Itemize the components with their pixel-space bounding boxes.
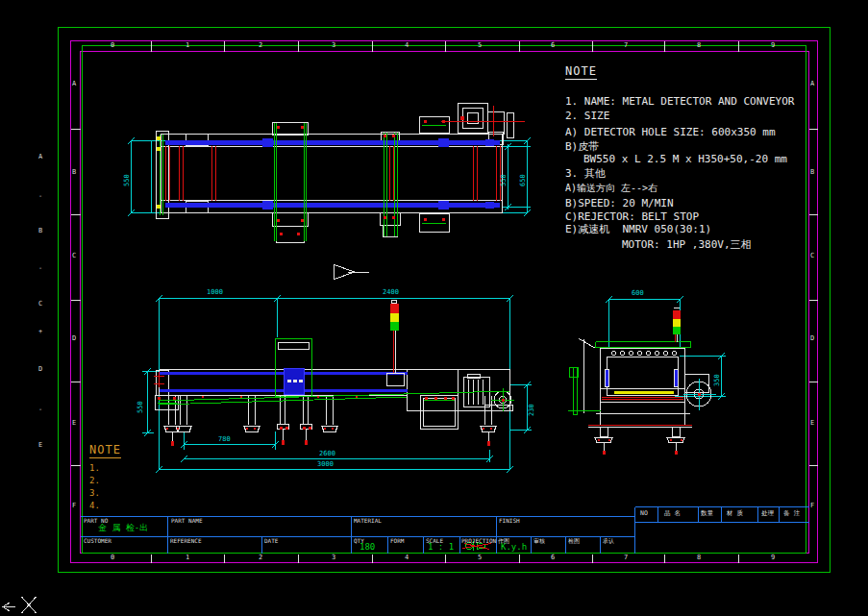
zone-number-top: 2 — [259, 42, 262, 49]
projection-label: PROJECTION — [461, 538, 496, 544]
zone-band-ticks — [71, 41, 818, 563]
parts-col-no: NO — [640, 510, 648, 517]
dim-top-view-right-outer: 650 — [520, 174, 527, 186]
dim-top-view-left: 550 — [124, 174, 131, 186]
zone-letter-right: C — [810, 253, 814, 259]
dim-side-height: 350 — [714, 374, 721, 386]
form-label: FORM — [390, 538, 404, 544]
zone-letter-right: F — [810, 503, 814, 509]
zone-number-bottom: 8 — [697, 554, 701, 561]
part-no-value: 金 属 检-出 — [98, 524, 148, 532]
zone-letter-left: D — [72, 335, 76, 342]
zone-number-top: 0 — [111, 42, 114, 49]
parts-col-name: 品 名 — [664, 510, 681, 517]
note2-item: 4. — [89, 502, 100, 510]
zone-number-bottom: 9 — [771, 554, 775, 561]
note-line: A) DETECTOR HOLE SIZE: 600x350 mm — [565, 127, 776, 137]
zone-number-top: 9 — [771, 42, 775, 49]
note2-item: 3. — [89, 489, 100, 498]
side-view-motor — [683, 375, 716, 411]
zone-number-top: 8 — [697, 42, 701, 49]
zone-letter-right: E — [810, 420, 814, 427]
note-line: BW550 x L 2.5 M x H350+50,-20 mm — [583, 154, 787, 164]
outer-ruler-mark: - — [38, 407, 42, 413]
zone-number-bottom: 3 — [332, 554, 335, 561]
date-label: DATE — [264, 538, 278, 544]
dim-front-bottom3: 3000 — [317, 461, 334, 468]
outer-ruler-mark: D — [38, 366, 42, 373]
review-label: 检图 — [568, 538, 580, 544]
parts-col-material: 材 质 — [727, 510, 743, 517]
note-line: MOTOR: 1HP ,380V,三相 — [622, 239, 752, 250]
material-label: MATERIAL — [354, 518, 382, 524]
zone-number-bottom: 2 — [259, 554, 262, 561]
dim-front-bottom1: 780 — [218, 436, 231, 443]
side-view — [568, 296, 727, 455]
part-name-label: PART NAME — [171, 518, 203, 524]
zone-number-top: 3 — [332, 42, 335, 49]
dim-front-span-left: 1000 — [207, 289, 223, 296]
side-view-tower-light — [673, 308, 681, 343]
note-line: 1. NAME: METAL DETECTOR AND CONVEYOR — [565, 96, 794, 107]
zone-letter-right: A — [810, 81, 814, 87]
flow-arrow-icon — [335, 265, 370, 280]
top-view-rollers — [166, 106, 526, 201]
dim-side-width: 600 — [632, 290, 644, 297]
zone-number-bottom: 7 — [624, 554, 628, 561]
note-line: 2. SIZE — [565, 111, 609, 121]
customer-label: CUSTOMER — [84, 538, 112, 544]
front-view-belt-rails — [160, 372, 408, 392]
parts-col-remark: 备 注 — [783, 510, 800, 517]
note-line: E)减速机 NMRV 050(30:1) — [565, 224, 711, 234]
approve-label: 承认 — [603, 538, 614, 544]
front-view-detector — [276, 339, 312, 430]
front-view — [142, 295, 532, 473]
note-line: A)输送方向 左-->右 — [565, 184, 657, 193]
zone-number-bottom: 5 — [478, 554, 482, 561]
sheet-border — [59, 28, 831, 573]
front-view-return-belt — [158, 388, 514, 411]
dim-front-height-right: 230 — [529, 404, 535, 416]
note-line: B)SPEED: 20 M/MIN — [565, 198, 674, 209]
zone-letter-left: E — [72, 420, 76, 427]
finish-label: FINISH — [499, 518, 520, 524]
side-view-belt — [588, 370, 692, 426]
zone-letter-right: D — [810, 335, 814, 342]
top-view — [128, 104, 531, 243]
outer-ruler-mark: A — [38, 154, 42, 160]
drawn-by-value: K.y.h — [501, 543, 527, 552]
outer-ruler-mark: E — [38, 442, 42, 449]
dim-front-span-right: 2400 — [383, 289, 399, 296]
zone-letter-left: F — [72, 503, 76, 509]
zone-number-top: 4 — [405, 42, 409, 49]
zone-letter-left: B — [72, 169, 76, 176]
zone-number-bottom: 1 — [186, 554, 189, 561]
zone-number-top: 5 — [478, 42, 482, 49]
dim-top-view-right-inner: 550 — [501, 174, 508, 186]
scale-value: 1 : 1 — [428, 543, 454, 552]
zone-number-bottom: 4 — [405, 554, 409, 561]
note2-title: NOTE — [89, 444, 121, 458]
top-view-body — [157, 117, 503, 243]
outer-ruler-mark: + — [38, 329, 42, 335]
zone-number-top: 6 — [551, 42, 555, 49]
note-line: 3. 其他 — [565, 168, 606, 179]
zone-letter-right: B — [810, 169, 814, 176]
outer-ruler-mark: - — [38, 265, 42, 272]
outer-ruler-mark: - — [38, 193, 42, 200]
parts-col-treat: 处理 — [761, 510, 774, 517]
zone-number-bottom: 6 — [551, 554, 555, 561]
ucs-icon — [3, 597, 37, 613]
dim-front-bottom2: 2600 — [319, 451, 335, 457]
cad-viewport[interactable]: 0 1 2 3 4 5 6 7 8 9 0 1 2 3 4 5 6 7 8 9 … — [0, 0, 868, 616]
reference-label: REFERENCE — [170, 538, 202, 544]
note2-item: 1. — [89, 464, 100, 473]
note-title: NOTE — [565, 65, 597, 80]
note-line: C)REJECTOR: BELT STOP — [565, 211, 699, 222]
outer-ruler-mark: B — [38, 228, 42, 234]
qty-value: 180 — [360, 543, 375, 552]
note2-item: 2. — [89, 477, 100, 485]
front-view-tower-light — [387, 301, 405, 386]
parts-col-qty: 数量 — [701, 510, 713, 517]
zone-number-top: 7 — [624, 42, 628, 49]
